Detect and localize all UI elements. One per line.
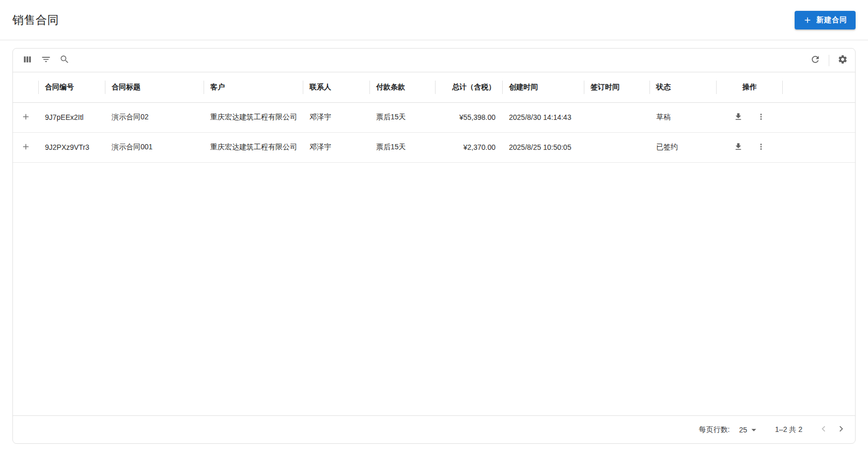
kebab-icon [756,142,766,153]
plus-icon [21,112,30,123]
pagination-range: 1–2 共 2 [775,425,802,435]
contracts-table: 合同编号 合同标题 客户 联系人 付款条款 总计（含税） 创建时间 签订时间 状… [13,72,855,163]
filter-list-icon [41,54,51,66]
signed-at-cell [584,132,650,162]
total-cell: ¥2,370.00 [436,132,503,162]
expand-row-button[interactable] [18,139,34,155]
columns-button[interactable] [18,51,37,70]
contract-title-cell: 演示合同02 [105,102,204,132]
row-actions [723,110,777,125]
next-page-button[interactable] [832,421,850,439]
download-button[interactable] [731,139,746,155]
grid-toolbar [13,49,855,72]
plus-icon [21,142,30,153]
contract-title-cell: 演示合同001 [105,132,204,162]
contract-number-cell: 9J7pEEx2Itl [39,102,105,132]
column-header-actions: 操作 [717,72,783,102]
more-actions-button[interactable] [753,110,769,125]
status-cell: 已签约 [650,132,717,162]
chevron-left-icon [818,423,829,436]
table-row[interactable]: 9J7pEEx2Itl 演示合同02 重庆宏达建筑工程有限公司 邓泽宇 票后15… [13,102,855,132]
view-columns-icon [22,54,33,66]
table-header-row: 合同编号 合同标题 客户 联系人 付款条款 总计（含税） 创建时间 签订时间 状… [13,72,855,102]
page-header: 销售合同 新建合同 [0,0,868,40]
customer-cell: 重庆宏达建筑工程有限公司 [204,102,303,132]
table-row[interactable]: 9J2PXz9VTr3 演示合同001 重庆宏达建筑工程有限公司 邓泽宇 票后1… [13,132,855,162]
page-title: 销售合同 [12,12,59,28]
column-header-signed-at[interactable]: 签订时间 [584,72,650,102]
toolbar-divider [829,55,829,66]
signed-at-cell [584,102,650,132]
chevron-right-icon [835,423,847,436]
rows-per-page-label: 每页行数: [699,425,730,435]
plus-icon [803,15,812,25]
download-icon [734,112,743,123]
new-contract-button[interactable]: 新建合同 [795,11,856,29]
payment-terms-cell: 票后15天 [370,132,436,162]
previous-page-button[interactable] [815,421,832,439]
refresh-icon [810,54,820,66]
pagination-bar: 每页行数: 25 1–2 共 2 [13,415,855,443]
row-actions [723,139,777,155]
column-header-total[interactable]: 总计（含税） [436,72,503,102]
payment-terms-cell: 票后15天 [370,102,436,132]
total-cell: ¥55,398.00 [436,102,503,132]
arrow-dropdown-icon [748,424,760,436]
column-header-expand [13,72,39,102]
column-header-status[interactable]: 状态 [650,72,717,102]
created-at-cell: 2025/8/25 10:50:05 [503,132,584,162]
search-icon [59,54,70,66]
refresh-button[interactable] [806,51,825,70]
filter-button[interactable] [37,51,55,70]
rows-per-page-value: 25 [739,426,747,434]
contact-cell: 邓泽宇 [303,102,370,132]
more-actions-button[interactable] [753,139,769,155]
status-cell: 草稿 [650,102,717,132]
search-button[interactable] [55,51,74,70]
created-at-cell: 2025/8/30 14:14:43 [503,102,584,132]
contract-number-cell: 9J2PXz9VTr3 [39,132,105,162]
column-header-filler [783,72,855,102]
contracts-card: 合同编号 合同标题 客户 联系人 付款条款 总计（含税） 创建时间 签订时间 状… [12,48,856,444]
new-contract-button-label: 新建合同 [816,15,847,25]
column-header-contact[interactable]: 联系人 [303,72,370,102]
rows-per-page-select[interactable]: 25 [739,424,760,436]
column-header-created-at[interactable]: 创建时间 [503,72,584,102]
download-button[interactable] [731,110,746,125]
table-empty-space [13,163,855,416]
customer-cell: 重庆宏达建筑工程有限公司 [204,132,303,162]
gear-icon [838,54,848,66]
settings-button[interactable] [833,51,852,70]
column-header-contract-title[interactable]: 合同标题 [105,72,204,102]
column-header-customer[interactable]: 客户 [204,72,303,102]
contact-cell: 邓泽宇 [303,132,370,162]
column-header-payment-terms[interactable]: 付款条款 [370,72,436,102]
download-icon [734,142,743,153]
kebab-icon [756,112,766,123]
expand-row-button[interactable] [18,110,34,125]
column-header-contract-number[interactable]: 合同编号 [39,72,105,102]
